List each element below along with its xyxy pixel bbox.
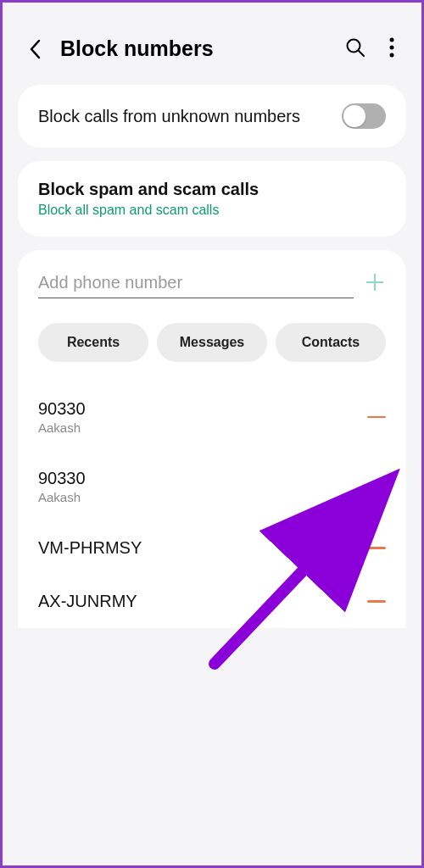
block-spam-subtitle: Block all spam and scam calls: [38, 203, 386, 218]
phone-number-input[interactable]: [38, 273, 354, 292]
back-button[interactable]: [25, 39, 45, 59]
add-button[interactable]: [364, 270, 386, 301]
svg-point-0: [348, 39, 360, 52]
block-spam-title: Block spam and scam calls: [38, 180, 386, 199]
search-button[interactable]: [345, 37, 365, 61]
search-icon: [345, 37, 365, 58]
add-phone-card: Recents Messages Contacts: [18, 250, 406, 382]
remove-button[interactable]: [367, 416, 386, 419]
more-vertical-icon: [389, 37, 394, 58]
remove-button[interactable]: [367, 600, 386, 603]
svg-point-2: [390, 37, 394, 42]
block-unknown-toggle[interactable]: [342, 103, 386, 129]
blocked-item: AX-JUNRMY: [38, 575, 386, 628]
block-unknown-label: Block calls from unknown numbers: [38, 105, 300, 128]
tab-recents[interactable]: Recents: [38, 323, 148, 362]
block-spam-setting[interactable]: Block spam and scam calls Block all spam…: [18, 161, 406, 236]
blocked-numbers-list: 90330 Aakash 90330 Aakash VM-PHRMSY AX-J…: [18, 382, 406, 628]
source-tabs: Recents Messages Contacts: [38, 323, 386, 382]
blocked-item: 90330 Aakash: [38, 452, 386, 521]
svg-point-4: [390, 53, 394, 57]
blocked-item: 90330 Aakash: [38, 382, 386, 452]
blocked-number: 90330: [38, 469, 86, 488]
blocked-number: VM-PHRMSY: [38, 538, 142, 558]
blocked-item: VM-PHRMSY: [38, 521, 386, 575]
block-unknown-setting[interactable]: Block calls from unknown numbers: [18, 85, 406, 147]
tab-contacts[interactable]: Contacts: [276, 323, 386, 362]
blocked-number: AX-JUNRMY: [38, 592, 137, 611]
chevron-left-icon: [29, 39, 41, 59]
remove-button[interactable]: [367, 547, 386, 549]
header: Block numbers: [18, 18, 406, 85]
svg-point-3: [390, 45, 394, 49]
more-options-button[interactable]: [389, 37, 394, 61]
page-title: Block numbers: [60, 36, 330, 61]
tab-messages[interactable]: Messages: [157, 323, 267, 362]
remove-button[interactable]: [367, 486, 386, 488]
plus-icon: [364, 271, 386, 293]
blocked-name: Aakash: [38, 420, 86, 435]
svg-line-1: [359, 51, 364, 56]
blocked-name: Aakash: [38, 490, 86, 504]
blocked-number: 90330: [38, 399, 86, 419]
